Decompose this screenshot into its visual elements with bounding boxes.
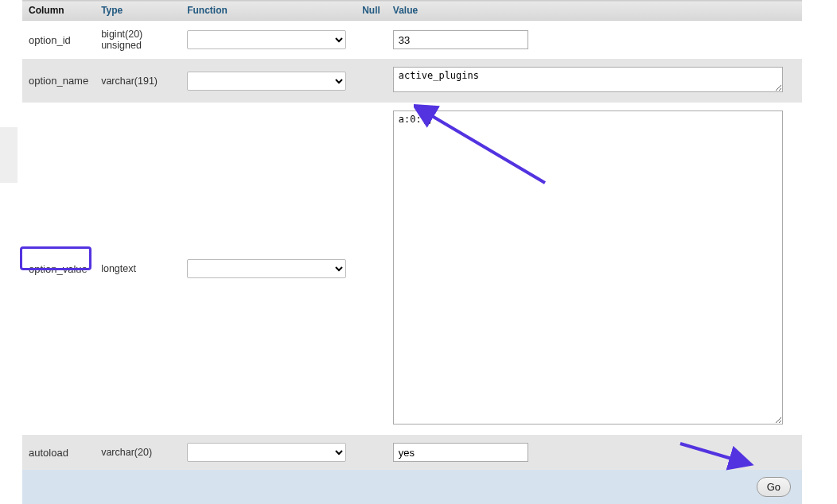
header-function[interactable]: Function <box>181 1 356 21</box>
column-name: option_id <box>22 21 95 60</box>
header-null[interactable]: Null <box>356 1 387 21</box>
function-select[interactable] <box>187 443 346 462</box>
go-button[interactable]: Go <box>757 477 791 497</box>
value-textarea-option-name[interactable]: active_plugins <box>393 67 783 92</box>
null-cell <box>356 21 387 60</box>
function-select[interactable] <box>187 30 346 49</box>
column-type: bigint(20) unsigned <box>95 21 181 60</box>
edit-form-table: Column Type Function Null Value option_i… <box>22 0 802 470</box>
null-cell <box>356 103 387 435</box>
header-value[interactable]: Value <box>387 1 802 21</box>
row-autoload: autoload varchar(20) <box>22 435 802 470</box>
column-type: varchar(20) <box>95 435 181 470</box>
column-name: option_name <box>22 59 95 103</box>
null-cell <box>356 435 387 470</box>
row-option-name: option_name varchar(191) active_plugins <box>22 59 802 103</box>
column-type: longtext <box>95 103 181 435</box>
column-type: varchar(191) <box>95 59 181 103</box>
value-input-autoload[interactable] <box>393 443 528 462</box>
row-option-value: option_value longtext a:0:{} <box>22 103 802 435</box>
null-cell <box>356 59 387 103</box>
header-column[interactable]: Column <box>22 1 95 21</box>
column-name: autoload <box>22 435 95 470</box>
row-option-id: option_id bigint(20) unsigned <box>22 21 802 60</box>
header-type[interactable]: Type <box>95 1 181 21</box>
value-textarea-option-value[interactable]: a:0:{} <box>393 110 783 425</box>
sidebar-stub <box>0 127 18 183</box>
function-select[interactable] <box>187 259 346 278</box>
submit-row: Go <box>22 470 802 504</box>
column-name: option_value <box>22 103 95 435</box>
value-input-option-id[interactable] <box>393 30 528 49</box>
function-select[interactable] <box>187 72 346 91</box>
